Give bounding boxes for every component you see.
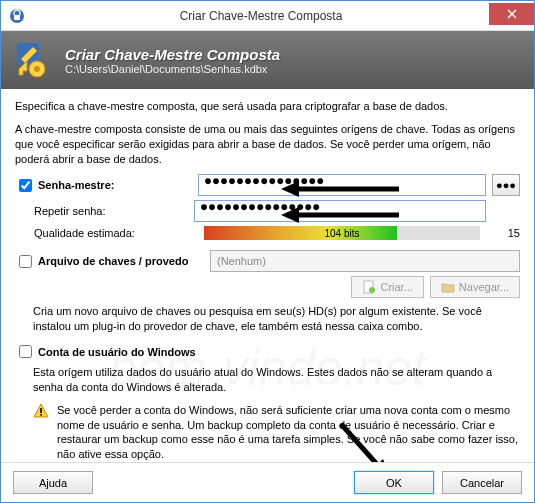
- winacct-label: Conta de usuário do Windows: [38, 346, 196, 358]
- keyfile-combo-value: (Nenhum): [217, 255, 266, 267]
- keyfile-browse-button[interactable]: Navegar...: [430, 276, 520, 298]
- keyfile-create-button[interactable]: Criar...: [351, 276, 423, 298]
- dialog-window: Criar Chave-Mestre Composta Criar Chave-…: [0, 0, 535, 503]
- key-icon: [13, 39, 55, 81]
- close-icon: [507, 9, 517, 19]
- intro-text-2: A chave-mestre composta consiste de uma …: [15, 122, 520, 167]
- winacct-row: Conta de usuário do Windows: [15, 342, 520, 361]
- svg-rect-8: [40, 414, 42, 416]
- quality-row: Qualidade estimada: 104 bits 15: [15, 226, 520, 240]
- master-password-checkbox[interactable]: [19, 179, 32, 192]
- banner-path: C:\Users\Daniel\Documents\Senhas.kdbx: [65, 63, 280, 75]
- ok-button[interactable]: OK: [354, 471, 434, 494]
- svg-point-4: [34, 66, 40, 72]
- master-password-input[interactable]: ●●●●●●●●●●●●●●●: [198, 174, 486, 196]
- master-password-label: Senha-mestre:: [38, 179, 198, 191]
- banner-title: Criar Chave-Mestre Composta: [65, 46, 280, 63]
- keyfile-desc: Cria um novo arquivo de chaves ou pesqui…: [33, 304, 520, 334]
- quality-label: Qualidade estimada:: [34, 227, 194, 239]
- svg-rect-1: [14, 15, 20, 20]
- winacct-warning-text: Se você perder a conta do Windows, não s…: [57, 403, 520, 462]
- warning-icon: [33, 403, 49, 419]
- master-password-row: Senha-mestre: ●●●●●●●●●●●●●●● ●●●: [15, 174, 520, 196]
- intro-text-1: Especifica a chave-mestre composta, que …: [15, 99, 520, 114]
- reveal-password-button[interactable]: ●●●: [492, 174, 520, 196]
- svg-point-6: [369, 287, 375, 293]
- folder-icon: [441, 280, 455, 294]
- keyfile-row: Arquivo de chaves / provedo (Nenhum): [15, 250, 520, 272]
- keyfile-checkbox[interactable]: [19, 255, 32, 268]
- new-file-icon: [362, 280, 376, 294]
- titlebar: Criar Chave-Mestre Composta: [1, 1, 534, 31]
- repeat-password-input[interactable]: ●●●●●●●●●●●●●●●: [194, 200, 486, 222]
- winacct-checkbox[interactable]: [19, 345, 32, 358]
- content-area: bem-vindo.net Especifica a chave-mestre …: [1, 89, 534, 462]
- repeat-password-row: Repetir senha: ●●●●●●●●●●●●●●●: [15, 200, 520, 222]
- winacct-desc: Esta orígem utiliza dados do usuário atu…: [33, 365, 520, 395]
- close-button[interactable]: [489, 3, 534, 25]
- quality-bar: 104 bits: [204, 226, 480, 240]
- quality-bits: 104 bits: [324, 228, 359, 239]
- cancel-button[interactable]: Cancelar: [442, 471, 522, 494]
- repeat-password-label: Repetir senha:: [34, 205, 194, 217]
- help-button[interactable]: Ajuda: [13, 471, 93, 494]
- svg-rect-7: [40, 408, 42, 413]
- keyfile-label: Arquivo de chaves / provedo: [38, 255, 210, 267]
- app-icon: [9, 8, 25, 24]
- footer: Ajuda OK Cancelar: [1, 462, 534, 502]
- banner: Criar Chave-Mestre Composta C:\Users\Dan…: [1, 31, 534, 89]
- quality-length: 15: [490, 227, 520, 239]
- window-title: Criar Chave-Mestre Composta: [33, 9, 489, 23]
- winacct-warning: Se você perder a conta do Windows, não s…: [33, 403, 520, 462]
- keyfile-combo[interactable]: (Nenhum): [210, 250, 520, 272]
